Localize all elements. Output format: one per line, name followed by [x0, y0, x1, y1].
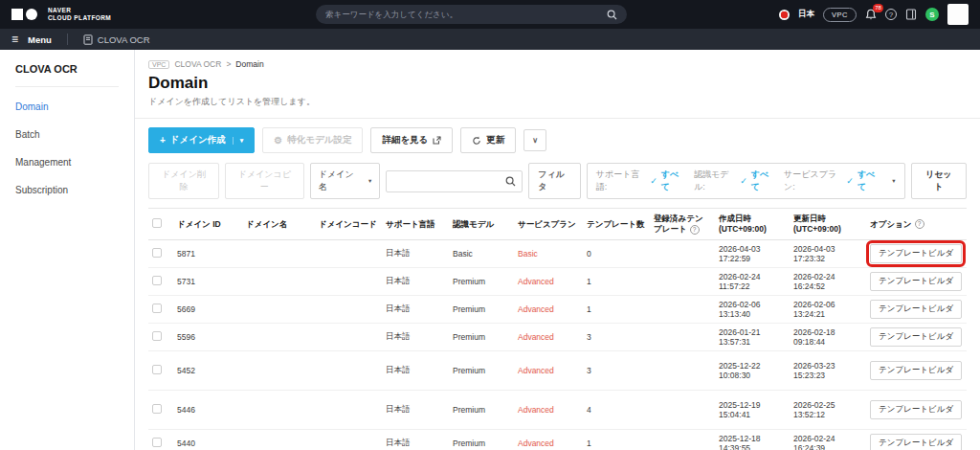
cell-template-count: 1: [583, 430, 650, 450]
custom-model-button[interactable]: ⚙ 特化モデル設定: [262, 127, 363, 153]
cell-domain-code: [315, 324, 382, 351]
vpc-env-toggle[interactable]: VPC: [823, 8, 857, 22]
template-builder-button[interactable]: テンプレートビルダ: [870, 434, 962, 450]
content-card: VPC CLOVA OCR > Domain Domain ドメインを作成してリ…: [135, 50, 980, 450]
col-updated: 更新日時(UTC+09:00): [790, 209, 866, 240]
template-builder-button[interactable]: テンプレートビルダ: [870, 300, 962, 319]
cell-option: テンプレートビルダ: [866, 391, 967, 430]
table-header-row: ドメイン ID ドメイン名 ドメインコード サポート言語 認識モデル サービスプ…: [148, 209, 967, 240]
row-checkbox[interactable]: [152, 365, 162, 374]
main-area: VPC CLOVA OCR > Domain Domain ドメインを作成してリ…: [135, 50, 980, 450]
more-actions-button[interactable]: ∨: [523, 129, 546, 151]
table-row: 5871 日本語 Basic Basic 0 2026-04-03 17:22:…: [148, 240, 967, 268]
cell-plan: Advanced: [514, 324, 583, 351]
help-icon[interactable]: ?: [885, 9, 897, 20]
sidebar-item[interactable]: Subscription: [15, 176, 119, 204]
row-checkbox[interactable]: [152, 438, 162, 447]
cell-model: Basic: [449, 240, 514, 268]
hamburger-icon[interactable]: ≡: [11, 34, 18, 45]
cell-domain-code: [315, 351, 382, 391]
global-header: NAVER CLOUD PLATFORM 日本 VPC 78 ? S: [0, 0, 980, 29]
breadcrumb: VPC CLOVA OCR > Domain: [148, 59, 967, 69]
create-domain-button[interactable]: + ドメイン作成 ▾: [148, 127, 255, 153]
row-checkbox[interactable]: [152, 248, 162, 258]
reset-button[interactable]: リセット: [911, 163, 968, 199]
view-details-button[interactable]: 詳細を見る: [370, 127, 453, 153]
caret-down-icon: ▾: [892, 177, 895, 185]
cell-model: Premium: [449, 351, 514, 391]
template-builder-button[interactable]: テンプレートビルダ: [870, 244, 962, 263]
filter-summary[interactable]: サポート言語: ✓ すべて 認識モデル: ✓ すべて: [587, 163, 905, 199]
cell-model: Premium: [449, 391, 514, 430]
cell-registered: [650, 430, 715, 450]
cell-registered: [650, 391, 715, 430]
menu-button[interactable]: Menu: [28, 34, 52, 45]
select-all-checkbox[interactable]: [152, 218, 162, 228]
notifications-button[interactable]: 78: [865, 9, 877, 21]
domain-table: ドメイン ID ドメイン名 ドメインコード サポート言語 認識モデル サービスプ…: [148, 208, 967, 450]
cell-created: 2025-12-18 14:39:55: [715, 430, 790, 450]
cell-option: テンプレートビルダ: [866, 240, 967, 268]
row-checkbox[interactable]: [152, 404, 162, 414]
sidebar-title: CLOVA OCR: [15, 63, 119, 87]
cell-registered: [650, 351, 715, 391]
template-builder-button[interactable]: テンプレートビルダ: [870, 400, 962, 419]
table-row: 5596 日本語 Premium Advanced 3 2026-01-21 1…: [148, 324, 967, 351]
col-template-count: テンプレート数: [583, 209, 650, 240]
cell-domain-id: 5452: [173, 351, 242, 391]
template-builder-button[interactable]: テンプレートビルダ: [870, 361, 962, 380]
header-divider: [135, 118, 980, 119]
info-icon[interactable]: ?: [690, 225, 700, 235]
action-bar: + ドメイン作成 ▾ ⚙ 特化モデル設定 詳細を見る 更新 ∨: [148, 127, 967, 153]
console-icon[interactable]: [905, 9, 917, 20]
refresh-button[interactable]: 更新: [460, 127, 516, 153]
copy-domain-button[interactable]: ドメインコピー: [225, 163, 304, 199]
caret-down-icon: ▾: [368, 177, 371, 185]
breadcrumb-separator: >: [226, 59, 231, 69]
cell-domain-name: [242, 391, 315, 430]
cell-domain-name: [242, 240, 315, 268]
breadcrumb-current: Domain: [235, 59, 263, 69]
breadcrumb-parent[interactable]: CLOVA OCR: [174, 59, 221, 69]
cell-domain-code: [315, 240, 382, 268]
delete-domain-button[interactable]: ドメイン削除: [148, 163, 219, 199]
japan-flag-icon[interactable]: [779, 10, 790, 20]
template-builder-button[interactable]: テンプレートビルダ: [870, 272, 962, 291]
cell-plan: Advanced: [514, 430, 583, 450]
row-checkbox[interactable]: [152, 276, 162, 285]
gear-icon: ⚙: [274, 136, 282, 146]
sidebar-item[interactable]: Management: [15, 148, 119, 176]
current-service[interactable]: CLOVA OCR: [83, 34, 150, 45]
logo-square-icon: [11, 9, 23, 20]
sidebar-item[interactable]: Domain: [15, 93, 119, 121]
global-search[interactable]: [316, 5, 627, 24]
col-option: オプション?: [866, 209, 967, 240]
template-builder-button[interactable]: テンプレートビルダ: [870, 327, 962, 347]
cell-updated: 2026-02-24 16:24:52: [790, 268, 866, 296]
info-icon[interactable]: ?: [915, 219, 924, 229]
cell-template-count: 3: [583, 351, 650, 391]
cell-domain-id: 5669: [173, 296, 242, 324]
domain-search-box[interactable]: [386, 170, 523, 192]
search-field-select[interactable]: ドメイン名 ▾: [310, 163, 380, 199]
avatar[interactable]: S: [925, 8, 939, 21]
domain-search-input[interactable]: [392, 176, 505, 186]
sidebar-item[interactable]: Batch: [15, 121, 119, 148]
row-checkbox[interactable]: [152, 304, 162, 313]
cell-plan: Advanced: [514, 296, 583, 324]
check-icon: ✓: [650, 176, 657, 186]
cell-domain-code: [315, 430, 382, 450]
profile-image[interactable]: [947, 4, 969, 25]
filter-label: フィルタ: [528, 163, 581, 199]
service-menubar: ≡ Menu CLOVA OCR: [0, 29, 980, 50]
naver-logo[interactable]: [11, 9, 37, 20]
region-label[interactable]: 日本: [798, 9, 814, 20]
cell-domain-code: [315, 391, 382, 430]
global-search-input[interactable]: [325, 10, 607, 19]
logo-circle-icon: [26, 9, 37, 20]
cell-registered: [650, 296, 715, 324]
col-plan: サービスプラン: [514, 209, 583, 240]
cell-domain-id: 5440: [173, 430, 242, 450]
row-checkbox[interactable]: [152, 331, 162, 341]
table-toolbar: ドメイン削除 ドメインコピー ドメイン名 ▾ フィルタ: [148, 163, 967, 199]
